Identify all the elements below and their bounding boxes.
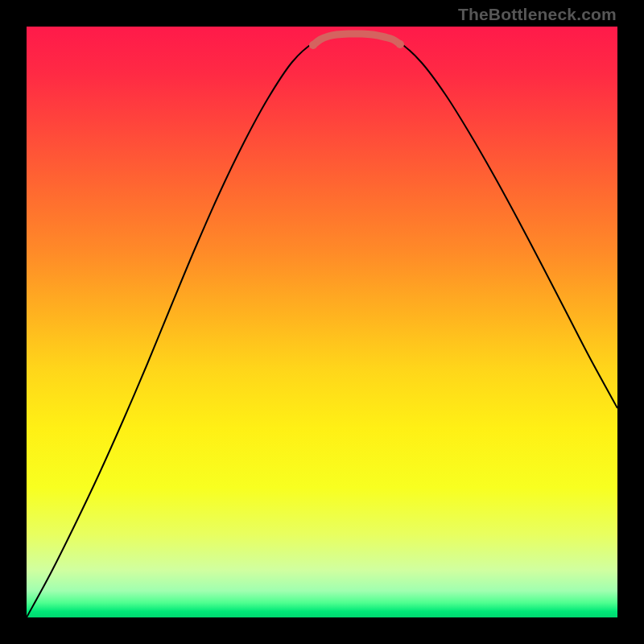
curve-overlay: [27, 27, 617, 617]
highlight-segment: [313, 34, 400, 45]
watermark-text: TheBottleneck.com: [458, 5, 617, 24]
highlight-start-dot: [309, 41, 317, 49]
bottleneck-curve: [27, 35, 617, 617]
highlight-end-dot: [396, 40, 404, 48]
chart-container: TheBottleneck.com: [0, 0, 644, 644]
plot-area: [27, 27, 617, 617]
